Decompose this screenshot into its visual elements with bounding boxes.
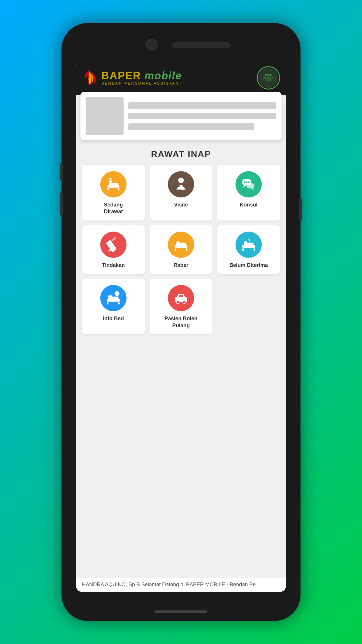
ticker-bar: HANDRA AQUINO, Sp.B Selamat Datang di BA… [76,577,286,592]
badge-label: RSUDBENDAN★★★ [263,74,273,82]
pasien-boleh-pulang-icon [173,290,189,306]
svg-rect-1 [107,188,109,190]
phone-speaker [172,42,231,48]
svg-point-16 [246,181,247,183]
menu-item-info-bed[interactable]: i Info Bed [82,279,145,334]
sedang-dirawat-icon-circle: IV [100,171,126,197]
visite-icon [173,177,189,192]
menu-item-visite[interactable]: Visite [150,165,212,220]
pasien-boleh-pulang-icon-circle [168,285,194,311]
svg-text:i: i [117,292,117,296]
phone-home-bar [155,610,207,613]
info-bed-label: Info Bed [103,315,124,322]
app-name-highlight: mobile [145,70,182,82]
menu-item-pasien-boleh-pulang[interactable]: Pasien Boleh Pulang [150,279,212,334]
sedang-dirawat-icon: IV [106,177,121,192]
pasien-boleh-pulang-label: Pasien Boleh Pulang [164,315,197,329]
header-badge: RSUDBENDAN★★★ [257,66,280,90]
phone-volume-up [60,163,63,181]
menu-item-konsul[interactable]: Konsul [217,165,280,220]
menu-item-belum-diterima[interactable]: ? Belum Diterima [217,225,280,274]
svg-text:IV: IV [113,182,115,185]
phone-camera [146,39,158,51]
belum-diterima-label: Belum Diterima [229,262,268,269]
banner-line-2 [128,113,276,119]
svg-rect-35 [107,302,108,304]
svg-rect-2 [118,188,120,190]
banner-line-1 [128,102,276,109]
belum-diterima-icon: ? [241,237,256,252]
svg-marker-19 [251,188,254,191]
app-header: BAPER mobile BENDAN PERSONAL ASSISTANT R… [76,61,286,95]
svg-point-27 [176,241,179,244]
phone-volume-down [60,192,63,216]
phone-power-button [299,198,302,221]
svg-point-42 [176,300,179,303]
svg-rect-29 [242,248,244,251]
menu-item-sedang-dirawat[interactable]: IV Sedang Dirawat [82,165,145,220]
raber-icon-circle [168,232,194,258]
menu-item-raber[interactable]: Raber [150,225,212,274]
svg-rect-45 [181,295,183,297]
banner-card [80,92,282,140]
svg-point-43 [183,300,186,303]
belum-diterima-icon-circle: ? [236,232,262,258]
svg-text:?: ? [248,237,251,243]
logo-text: BAPER mobile BENDAN PERSONAL ASSISTANT [101,71,182,85]
svg-rect-38 [108,295,113,297]
tindakan-label: Tindakan [102,262,125,269]
visite-label: Visite [174,202,188,208]
svg-rect-25 [186,248,187,251]
badge-inner: RSUDBENDAN★★★ [259,68,278,88]
tindakan-icon [106,237,121,252]
konsul-icon [241,177,256,192]
svg-point-32 [244,241,247,244]
svg-rect-20 [106,240,117,252]
menu-grid: IV Sedang Dirawat Visite Konsul Tindakan… [76,165,286,334]
svg-point-4 [109,180,112,183]
flame-icon [82,69,98,88]
raber-label: Raber [173,262,188,269]
konsul-icon-circle [236,171,262,197]
raber-icon [173,237,189,252]
banner-image [86,97,124,135]
info-bed-icon: i [106,290,121,306]
svg-point-15 [244,181,245,183]
info-bed-icon-circle: i [100,285,126,311]
svg-rect-44 [179,295,181,297]
svg-rect-22 [111,237,117,242]
app-logo: BAPER mobile BENDAN PERSONAL ASSISTANT [82,69,182,88]
app-subtitle: BENDAN PERSONAL ASSISTANT [101,81,182,85]
svg-rect-18 [247,183,254,188]
svg-rect-36 [118,302,120,304]
tindakan-icon-circle [100,232,126,258]
section-title: RAWAT INAP [76,149,286,159]
svg-rect-30 [254,248,255,251]
svg-rect-7 [109,178,111,179]
app-name: BAPER mobile [101,71,182,81]
section-title-wrap: RAWAT INAP [76,140,286,165]
konsul-label: Konsul [240,202,258,208]
banner-text-lines [128,97,276,135]
svg-point-8 [178,178,184,183]
ticker-text: HANDRA AQUINO, Sp.B Selamat Datang di BA… [82,582,280,588]
phone-screen: BAPER mobile BENDAN PERSONAL ASSISTANT R… [76,61,286,592]
svg-marker-14 [243,185,246,188]
sedang-dirawat-label: Sedang Dirawat [104,202,123,215]
banner-line-3 [128,123,254,130]
svg-rect-24 [175,248,176,251]
svg-point-17 [248,181,249,183]
visite-icon-circle [168,171,194,197]
menu-item-tindakan[interactable]: Tindakan [82,225,145,274]
phone-frame: BAPER mobile BENDAN PERSONAL ASSISTANT R… [61,23,301,621]
